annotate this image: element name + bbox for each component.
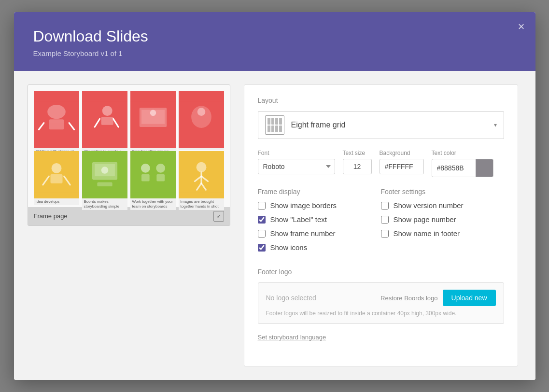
svg-point-16 (197, 108, 205, 116)
background-field: Background (380, 150, 424, 174)
svg-point-25 (101, 167, 108, 174)
footer-logo-section: Footer logo No logo selected Restore Boo… (258, 268, 504, 324)
show-frame-number-checkbox[interactable] (258, 230, 266, 238)
layout-name: Eight frame grid (291, 121, 494, 129)
footer-settings-title: Footer settings (381, 188, 504, 196)
preview-cell-4 (179, 91, 224, 148)
svg-rect-30 (141, 174, 149, 182)
background-color-wrap (380, 159, 424, 174)
svg-rect-2 (49, 119, 64, 129)
preview-card: Fiddling with pieces of paper (28, 84, 230, 226)
preview-cell-1: Fiddling with pieces of paper (34, 91, 79, 148)
show-label-text-label: Show "Label" text (270, 215, 327, 224)
svg-point-1 (47, 105, 66, 119)
check-show-frame-number[interactable]: Show frame number (258, 229, 381, 238)
show-name-footer-label: Show name in footer (394, 229, 460, 238)
font-field: Font Roboto Arial Helvetica Times New Ro… (258, 150, 335, 174)
check-show-page-number[interactable]: Show page number (381, 215, 504, 224)
preview-cell-3: Storyboarding can be fiddly. Throws pape… (130, 91, 176, 148)
svg-point-18 (51, 163, 61, 173)
svg-point-13 (150, 110, 156, 116)
font-label: Font (258, 150, 335, 156)
show-label-text-checkbox[interactable] (258, 216, 266, 224)
modal-body: Fiddling with pieces of paper (14, 71, 535, 380)
upload-new-button[interactable]: Upload new (443, 290, 496, 306)
show-page-number-label: Show page number (394, 215, 456, 224)
modal-subtitle: Example Storyboard v1 of 1 (33, 49, 516, 57)
show-icons-label: Show icons (270, 243, 308, 252)
svg-point-33 (196, 162, 206, 172)
frame-display-title: Frame display (258, 188, 381, 196)
caption-5: Idea develops (34, 198, 79, 205)
restore-boords-logo-button[interactable]: Restore Boords logo (380, 294, 438, 302)
svg-rect-31 (156, 174, 165, 182)
download-slides-modal: Download Slides Example Storyboard v1 of… (14, 12, 535, 380)
preview-footer-label: Frame page (34, 212, 68, 220)
svg-rect-19 (50, 174, 62, 183)
modal-title: Download Slides (33, 28, 516, 45)
preview-cell-6: Boords makes storyboarding simple (82, 151, 127, 198)
background-color-input[interactable] (380, 159, 423, 174)
preview-grid: Fiddling with pieces of paper (28, 85, 230, 207)
preview-row-2: Idea develops (34, 151, 224, 198)
show-frame-number-label: Show frame number (270, 229, 336, 238)
show-version-number-label: Show version number (394, 201, 464, 210)
svg-point-28 (141, 164, 150, 173)
footer-logo-label: Footer logo (258, 268, 504, 276)
show-image-borders-label: Show image borders (270, 201, 337, 210)
check-show-label-text[interactable]: Show "Label" text (258, 215, 381, 224)
footer-logo-box: No logo selected Restore Boords logo Upl… (258, 282, 504, 324)
preview-cell-2: Attempting to create a storyboard on pap… (82, 91, 127, 148)
text-color-label: Text color (432, 150, 493, 156)
text-size-label: Text size (343, 150, 372, 156)
check-show-version-number[interactable]: Show version number (381, 201, 504, 210)
settings-panel: Layout Eight frame grid ▾ Font (244, 84, 518, 366)
text-color-swatch[interactable] (476, 159, 493, 177)
layout-dropdown-arrow: ▾ (494, 122, 497, 128)
show-version-number-checkbox[interactable] (381, 202, 389, 210)
close-button[interactable]: × (518, 21, 524, 32)
svg-point-29 (156, 164, 165, 173)
check-show-icons[interactable]: Show icons (258, 243, 381, 252)
caption-6: Boords makes storyboarding simple (82, 198, 127, 210)
caption-8: Images are brought together hands in sho… (179, 198, 224, 210)
text-color-input[interactable] (432, 161, 476, 175)
expand-icon[interactable]: ⤢ (213, 211, 224, 222)
modal-header: Download Slides Example Storyboard v1 of… (14, 12, 535, 71)
check-show-name-footer[interactable]: Show name in footer (381, 229, 504, 238)
frame-display-col: Frame display Show image borders Show "L… (258, 188, 381, 257)
layout-section-label: Layout (258, 97, 504, 104)
layout-icon (265, 115, 284, 135)
preview-cell-5: Idea develops (34, 151, 79, 198)
show-image-borders-checkbox[interactable] (258, 202, 266, 210)
preview-row-1: Fiddling with pieces of paper (34, 91, 224, 148)
text-size-field: Text size (343, 150, 372, 174)
layout-selector[interactable]: Eight frame grid ▾ (258, 111, 504, 139)
two-col-settings: Frame display Show image borders Show "L… (258, 188, 504, 257)
set-storyboard-language-button[interactable]: Set storyboard language (258, 334, 326, 341)
text-color-wrap (432, 159, 493, 177)
footer-settings-col: Footer settings Show version number Show… (381, 188, 504, 257)
font-select[interactable]: Roboto Arial Helvetica Times New Roman G… (258, 159, 335, 174)
preview-cell-8: Images are brought together hands in sho… (179, 151, 224, 198)
show-icons-checkbox[interactable] (258, 244, 266, 252)
svg-rect-7 (101, 117, 113, 125)
footer-logo-actions: Restore Boords logo Upload new (380, 290, 495, 306)
footer-logo-top: No logo selected Restore Boords logo Upl… (266, 290, 496, 306)
background-label: Background (380, 150, 424, 156)
check-show-image-borders[interactable]: Show image borders (258, 201, 381, 210)
text-color-field: Text color (432, 150, 493, 177)
font-settings-row: Font Roboto Arial Helvetica Times New Ro… (258, 150, 504, 177)
preview-cell-7: Work together with your team on storyboa… (130, 151, 176, 198)
show-page-number-checkbox[interactable] (381, 216, 389, 224)
preview-panel: Fiddling with pieces of paper (28, 84, 230, 366)
caption-7: Work together with your team on storyboa… (130, 198, 176, 210)
caption-4 (179, 148, 224, 150)
svg-rect-27 (130, 157, 176, 192)
svg-rect-26 (97, 182, 112, 186)
no-logo-text: No logo selected (266, 294, 316, 302)
show-name-footer-checkbox[interactable] (381, 230, 389, 238)
footer-logo-hint: Footer logos will be resized to fit insi… (266, 310, 496, 317)
text-size-input[interactable] (343, 159, 372, 174)
svg-point-6 (102, 106, 112, 116)
